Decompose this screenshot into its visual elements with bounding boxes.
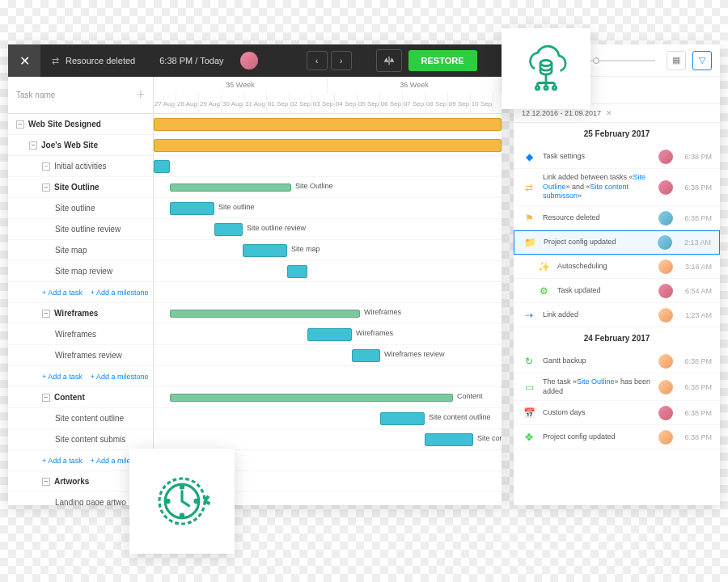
event-time: 6:54 AM <box>679 287 712 295</box>
event-row[interactable]: ✥Project config updated6:38 PM <box>514 425 720 449</box>
gantt-bar[interactable] <box>154 160 170 173</box>
gantt-bar[interactable] <box>170 202 214 215</box>
task-row[interactable]: Wireframes review <box>8 345 153 366</box>
gantt-bar[interactable] <box>170 394 453 402</box>
gantt-bar[interactable] <box>170 183 291 192</box>
gantt-bar[interactable] <box>352 349 380 362</box>
gantt-bar[interactable] <box>154 118 502 131</box>
toggle-icon[interactable]: − <box>42 183 50 192</box>
toggle-icon[interactable]: − <box>16 120 24 129</box>
event-time: 6:38 PM <box>679 433 712 441</box>
event-icon: ▭ <box>522 380 536 394</box>
task-row[interactable]: −Web Site Designed <box>8 114 153 135</box>
bar-label: Site Outline <box>295 182 333 190</box>
chart-row: Site content outline <box>154 408 502 429</box>
calendar-icon[interactable]: ▦ <box>667 51 686 70</box>
task-row[interactable]: −Content <box>8 387 153 408</box>
event-row[interactable]: ⚙Task updated6:54 AM <box>514 279 720 303</box>
task-row[interactable]: Wireframes <box>8 324 153 345</box>
event-text: Project config updated <box>543 432 652 442</box>
chart-header: 35 Week36 Week 27 Aug28 Aug29 Aug30 Aug3… <box>154 77 502 114</box>
event-row[interactable]: 📅Custom days6:38 PM <box>514 401 720 425</box>
task-header-label: Task name <box>16 91 55 99</box>
add-row: + Add a task+ Add a milestone <box>8 282 153 303</box>
event-icon: ✥ <box>522 430 536 445</box>
task-row[interactable]: Site map review <box>8 261 153 282</box>
task-row[interactable]: Site content outline <box>8 408 153 429</box>
event-text: Project config updated <box>544 238 651 247</box>
event-row[interactable]: ⚑Resource deleted6:38 PM <box>514 206 720 230</box>
prev-button[interactable]: ‹ <box>307 51 328 70</box>
svg-point-2 <box>544 86 548 90</box>
task-row[interactable]: Site outline <box>8 198 153 219</box>
avatar <box>658 354 673 369</box>
event-time: 6:38 PM <box>679 383 712 391</box>
event-row[interactable]: ◆Task settings6:38 PM <box>514 145 720 169</box>
restore-button[interactable]: RESTORE <box>408 50 477 71</box>
event-row[interactable]: ⇢Link added1:23 AM <box>514 303 720 327</box>
gantt-area: Task name + −Web Site Designed−Joe's Web… <box>8 77 502 505</box>
event-icon: ↻ <box>522 354 536 369</box>
svg-point-1 <box>535 86 539 90</box>
toggle-icon[interactable]: − <box>42 162 50 171</box>
bar-label: Wireframes <box>364 308 401 316</box>
event-row[interactable]: ▭The task «Site Outline» has been added6… <box>514 373 720 401</box>
event-text: Link added between tasks «Site Outline» … <box>543 173 652 201</box>
history-panel: Zoom: Days ▦ ▽ A 🔍 12.12.2016 - 21.09.20… <box>514 44 720 505</box>
task-row[interactable]: Site map <box>8 240 153 261</box>
gantt-bar[interactable] <box>154 139 502 152</box>
task-row[interactable]: Site outline review <box>8 219 153 240</box>
add-milestone-link[interactable]: + Add a milestone <box>91 373 149 381</box>
event-text: The task «Site Outline» has been added <box>543 377 652 396</box>
compare-button[interactable] <box>376 49 402 72</box>
task-row[interactable]: Site content submis <box>8 429 153 450</box>
day-cell: 04 Sep <box>335 93 358 114</box>
event-icon: ◆ <box>522 150 536 164</box>
bar-label: Site content subm <box>477 434 502 442</box>
cloud-db-icon <box>502 28 590 109</box>
gantt-bar[interactable] <box>307 328 352 341</box>
timestamp: 6:38 PM / Today <box>159 56 223 65</box>
day-cell: 08 Sep <box>425 93 448 114</box>
gantt-bar[interactable] <box>214 223 243 236</box>
event-text: Link added <box>543 310 652 320</box>
event-row[interactable]: 📁Project config updated2:13 AM <box>514 230 720 255</box>
next-button[interactable]: › <box>331 51 352 70</box>
avatar <box>658 308 673 323</box>
avatar <box>658 259 673 274</box>
filter-icon[interactable]: ▽ <box>692 51 712 70</box>
chart-row: Wireframes <box>154 324 502 345</box>
task-row[interactable]: −Initial activities <box>8 156 153 177</box>
event-row[interactable]: ↻Gantt backup6:38 PM <box>514 349 720 373</box>
bar-label: Site outline <box>218 203 255 211</box>
task-row[interactable]: −Wireframes <box>8 303 153 324</box>
toggle-icon[interactable]: − <box>42 394 50 402</box>
event-row[interactable]: ⇄Link added between tasks «Site Outline»… <box>514 169 720 206</box>
svg-point-7 <box>195 500 197 502</box>
toggle-icon[interactable]: − <box>42 478 50 486</box>
add-task-icon[interactable]: + <box>136 86 145 103</box>
close-button[interactable]: ✕ <box>8 44 40 77</box>
day-cell: 09 Sep <box>448 93 471 114</box>
gantt-bar[interactable] <box>425 433 473 446</box>
task-row[interactable]: −Site Outline <box>8 177 153 198</box>
event-row[interactable]: ✨Autoscheduling3:16 AM <box>514 255 720 279</box>
clear-date-icon[interactable]: ✕ <box>606 109 612 117</box>
add-milestone-link[interactable]: + Add a milestone <box>91 289 149 297</box>
toggle-icon[interactable]: − <box>42 310 50 318</box>
nav-group: ‹ › <box>307 51 352 70</box>
chart-row <box>154 366 502 387</box>
add-task-link[interactable]: + Add a task <box>42 457 83 465</box>
chart-row: Site map <box>154 240 502 261</box>
add-task-link[interactable]: + Add a task <box>42 373 83 381</box>
task-row[interactable]: −Joe's Web Site <box>8 135 153 156</box>
toggle-icon[interactable]: − <box>29 141 37 150</box>
avatar[interactable] <box>240 52 258 70</box>
add-task-link[interactable]: + Add a task <box>42 289 83 297</box>
gantt-bar[interactable] <box>380 412 425 425</box>
gantt-bar[interactable] <box>287 265 307 278</box>
bar-label: Content <box>457 392 483 400</box>
gantt-bar[interactable] <box>170 310 360 318</box>
event-icon: 📅 <box>522 406 536 420</box>
gantt-bar[interactable] <box>243 244 287 257</box>
